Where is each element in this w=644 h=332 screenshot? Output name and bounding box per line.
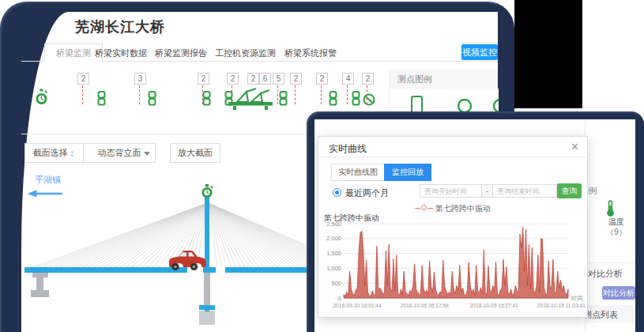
chevron-down-icon [144, 152, 150, 156]
svg-text:1,500: 1,500 [326, 250, 341, 257]
link-sensor-icon[interactable] [147, 91, 157, 109]
query-start-time-input[interactable] [420, 184, 483, 198]
link-sensor-icon[interactable] [351, 91, 361, 109]
link-sensor-icon[interactable] [201, 91, 212, 109]
legend-panel-title-win1: 测点图例 [389, 70, 498, 89]
tab-2[interactable]: 桥梁实时数据 [95, 47, 147, 59]
screenshot-canvas: 芜湖长江大桥 视频监控 [0, 0, 644, 332]
link-sensor-icon[interactable] [328, 91, 338, 109]
section-select-value: 动态背立面 [98, 148, 141, 157]
legend-series-label: 第七跨跨中振动 [435, 204, 491, 213]
legend-line-icon [427, 208, 433, 209]
vibration-chart[interactable]: 05001,0001,5002,0002,5002018-09-30 16:01… [320, 219, 586, 315]
sensor-type-label: 温度 [601, 217, 632, 228]
tab-1[interactable]: 桥梁监测 [44, 43, 103, 62]
svg-text:2018-09-30 16:01:44: 2018-09-30 16:01:44 [333, 303, 382, 308]
date-range-separator: - [481, 184, 493, 198]
measure-point-list-header: 振动测点列表 [586, 305, 635, 323]
tab-realtime-curve[interactable]: 实时曲线图 [331, 164, 385, 181]
sensor-count-badge: 2 [290, 73, 302, 85]
measure-point-list-title: 振动测点列表 [586, 309, 618, 321]
realtime-curve-modal: 实时曲线 ✕ 实时曲线图 监控回放 最近两个月 - 查询 第七跨跨中振动 第七跨… [318, 136, 588, 318]
left-pier [31, 273, 49, 297]
tower-pier [204, 273, 210, 307]
sensor-dash-line [367, 85, 367, 104]
sensor-count-badge: 2 [316, 73, 328, 85]
modal-header: 实时曲线 ✕ [318, 137, 587, 157]
tab-3[interactable]: 桥梁监测报告 [155, 47, 207, 59]
svg-text:2018-10-09 15:27:41: 2018-10-09 15:27:41 [470, 303, 519, 308]
recent-two-months-radio[interactable] [333, 188, 341, 197]
section-select-label: 截面选择： [24, 143, 85, 163]
chart-series [344, 228, 568, 299]
svg-text:500: 500 [331, 280, 341, 287]
video-monitor-button[interactable]: 视频监控 [461, 44, 498, 60]
sensor-count-badge: 3 [134, 73, 146, 85]
tab-playback[interactable]: 监控回放 [384, 164, 431, 181]
sensor-count-label: （9） [601, 227, 632, 238]
query-end-time-input[interactable] [492, 184, 557, 198]
clock-sensor-icon[interactable] [35, 89, 48, 109]
tab-4[interactable]: 工控机资源监测 [215, 47, 276, 59]
sensor-dash-line [321, 85, 322, 104]
sensor-count-badge: 2 [227, 73, 239, 85]
sensor-dash-line [295, 85, 296, 104]
query-button[interactable]: 查询 [557, 183, 582, 198]
no-data-sensor-icon[interactable] [363, 93, 375, 109]
recent-two-months-label: 最近两个月 [345, 187, 389, 199]
sensor-count-badge: 2 [198, 73, 209, 85]
svg-text:时间: 时间 [571, 295, 583, 302]
svg-text:2018-10-15 11:03:41: 2018-10-15 11:03:41 [537, 303, 586, 308]
compare-analysis-button[interactable]: 对比分析 [602, 286, 635, 300]
sensor-count-badge: 6 [259, 73, 271, 85]
svg-text:2,000: 2,000 [326, 235, 341, 242]
link-sensor-icon[interactable] [224, 91, 234, 109]
bridge-deck [24, 267, 307, 273]
sensor-count-badge: 2 [77, 73, 89, 85]
sensor-dash-line [139, 85, 140, 104]
sensor-count-badge: 2 [247, 73, 259, 85]
page-title: 芜湖长江大桥 [75, 17, 165, 36]
enlarge-section-button[interactable]: 放大截面 [170, 143, 220, 163]
svg-text:2018-10-05 05:17:54: 2018-10-05 05:17:54 [401, 303, 450, 308]
link-sensor-icon[interactable] [96, 91, 107, 109]
sensor-dash-line [82, 85, 83, 104]
backdrop-black-region [514, 0, 582, 108]
tower-gauge-icon [201, 184, 213, 198]
legend-ring-icon [421, 205, 427, 210]
sensor-count-badge: 4 [342, 73, 354, 85]
link-sensor-icon[interactable] [278, 91, 288, 109]
legend-panel-icons-win1 [389, 89, 499, 111]
sensor-count-badge: 5 [273, 73, 284, 85]
svg-text:1,000: 1,000 [326, 265, 341, 272]
svg-text:2,500: 2,500 [326, 221, 341, 228]
compare-section-title: 对比分析 [588, 268, 623, 280]
bridge-sensor-icon[interactable] [228, 82, 273, 114]
close-icon[interactable]: ✕ [571, 141, 579, 153]
modal-title: 实时曲线 [329, 142, 367, 156]
section-select-dropdown[interactable]: 动态背立面 [83, 143, 156, 163]
tab-5[interactable]: 桥梁系统报警 [284, 47, 337, 59]
bridge-elevation-diagram [20, 184, 308, 332]
svg-text:0: 0 [338, 295, 341, 302]
sidebar-divider [586, 262, 635, 263]
legend-line-icon [415, 208, 420, 209]
sensor-dash-line [347, 85, 348, 104]
sensor-count-badge: 2 [362, 73, 374, 85]
